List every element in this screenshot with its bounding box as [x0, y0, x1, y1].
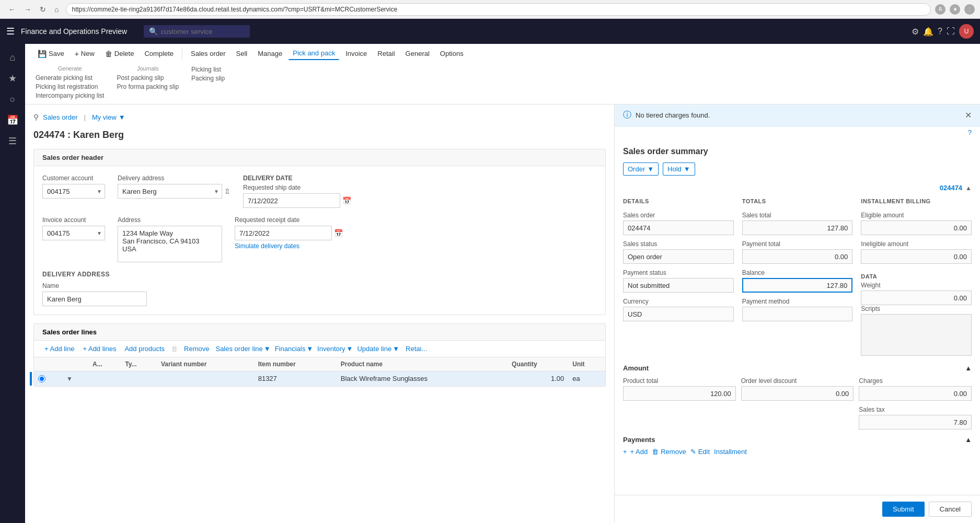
row-radio[interactable] [38, 375, 45, 382]
order-number[interactable]: 024474 [940, 184, 962, 192]
intercompany-picking-list[interactable]: Intercompany picking list [33, 91, 106, 100]
pick-and-pack-tab[interactable]: Pick and pack [289, 47, 339, 60]
hamburger-menu[interactable]: ☰ [6, 26, 15, 37]
payment-total-label: Payment total [742, 240, 853, 248]
general-tab[interactable]: General [401, 48, 434, 60]
post-packing-slip[interactable]: Post packing slip [114, 74, 181, 82]
panel-close-button[interactable]: ✕ [965, 110, 972, 120]
hold-button[interactable]: Hold ▼ [663, 162, 695, 176]
sidebar-star-icon[interactable]: ★ [3, 69, 22, 88]
save-button[interactable]: 💾 Save [33, 48, 68, 60]
complete-button[interactable]: Complete [140, 48, 178, 60]
order-discount-label: Order level discount [741, 377, 854, 385]
delivery-address-select-wrapper[interactable]: Karen Berg ▼ [118, 184, 222, 199]
installment-payment-button[interactable]: Installment [714, 448, 747, 456]
options-tab[interactable]: Options [436, 48, 468, 60]
extension-icon[interactable]: A [935, 4, 946, 15]
invoice-tab[interactable]: Invoice [341, 48, 371, 60]
invoice-account-select-wrapper[interactable]: 004175 ▼ [42, 226, 105, 240]
panel-title: Sales order summary [623, 147, 972, 156]
generate-picking-list[interactable]: Generate picking list [33, 74, 106, 82]
inventory-dropdown[interactable]: Inventory ▼ [317, 345, 353, 353]
customer-account-select-wrapper[interactable]: 004175 ▼ [42, 184, 105, 199]
amount-header[interactable]: Amount ▲ [623, 364, 972, 372]
add-lines-button[interactable]: + Add lines [80, 344, 118, 354]
add-payment-button[interactable]: + + Add [623, 448, 648, 456]
address-textarea[interactable]: 1234 Maple Way San Francisco, CA 94103 U… [118, 226, 222, 262]
calendar-icon-2[interactable]: 📅 [334, 229, 343, 237]
requested-ship-date-wrapper[interactable]: 📅 [243, 193, 351, 208]
order-button[interactable]: Order ▼ [623, 162, 659, 176]
submit-button[interactable]: Submit [882, 502, 924, 517]
row-radio-cell[interactable] [34, 371, 62, 386]
panel-help[interactable]: ? [615, 126, 980, 138]
add-products-button[interactable]: Add products [122, 344, 167, 354]
notification-icon[interactable]: 🔔 [923, 27, 933, 37]
delivery-date-group: DELIVERY DATE Requested ship date 📅 [243, 175, 351, 208]
search-box[interactable]: 🔍 [144, 25, 250, 38]
details-header: DETAILS [623, 198, 734, 204]
calendar-icon[interactable]: 📅 [342, 196, 351, 205]
sidebar-calendar-icon[interactable]: 📅 [3, 111, 22, 130]
manage-tab[interactable]: Manage [253, 48, 286, 60]
home-button[interactable]: ⌂ [51, 4, 62, 15]
sidebar-recent-icon[interactable]: ○ [3, 90, 22, 109]
financials-dropdown[interactable]: Financials ▼ [275, 345, 313, 353]
user-avatar[interactable]: U [959, 24, 974, 39]
add-line-button[interactable]: + Add line [42, 344, 76, 354]
update-line-dropdown[interactable]: Update line ▼ [357, 345, 399, 353]
payments-header[interactable]: Payments ▲ [623, 436, 972, 444]
filter-icon[interactable]: ⚲ [33, 113, 39, 121]
delete-button[interactable]: 🗑 Delete [101, 48, 139, 60]
fullscreen-icon[interactable]: ⛶ [947, 27, 955, 36]
new-button[interactable]: + New [71, 48, 99, 60]
breadcrumb[interactable]: Sales order [43, 113, 77, 121]
settings-icon[interactable]: ⚙ [912, 27, 919, 37]
requested-ship-date-label: Requested ship date [243, 184, 351, 191]
customer-account-group: Customer account 004175 ▼ [42, 175, 105, 208]
edit-payment-button[interactable]: ✎ Edit [690, 448, 710, 456]
packing-slip-item[interactable]: Packing slip [189, 74, 227, 83]
payment-status-value: Not submitted [623, 278, 734, 293]
forward-button[interactable]: → [21, 4, 34, 15]
remove-payment-button[interactable]: 🗑 Remove [652, 448, 686, 456]
picking-list-item[interactable]: Picking list [189, 65, 227, 74]
section-header-label: Sales order header [34, 149, 605, 166]
address-label: Address [118, 216, 222, 224]
bookmark-icon[interactable]: ★ [950, 4, 960, 15]
picking-list-registration[interactable]: Picking list registration [33, 83, 106, 91]
col-radio [34, 357, 62, 371]
requested-receipt-date-wrapper[interactable]: 📅 [235, 226, 343, 240]
sidebar-list-icon[interactable]: ☰ [3, 132, 22, 150]
refresh-button[interactable]: ↻ [37, 4, 49, 15]
menu-icon[interactable]: ⋮ [964, 4, 975, 15]
delivery-name-input[interactable] [42, 292, 147, 306]
remove-button[interactable]: Remove [182, 344, 211, 354]
back-button[interactable]: ← [5, 4, 19, 15]
simulate-link[interactable]: Simulate delivery dates [235, 242, 343, 250]
upload-icon[interactable]: ⇫ [224, 187, 230, 195]
sales-order-tab[interactable]: Sales order [187, 48, 229, 60]
delivery-address-select[interactable]: Karen Berg [118, 184, 222, 199]
sales-order-line-dropdown[interactable]: Sales order line ▼ [215, 345, 270, 353]
pro-forma-packing-slip[interactable]: Pro forma packing slip [114, 83, 181, 91]
address-bar[interactable] [66, 3, 931, 16]
row-expand-cell[interactable]: ▼ [62, 371, 88, 386]
sidebar-home-icon[interactable]: ⌂ [3, 48, 22, 67]
browser-nav[interactable]: ← → ↻ ⌂ [5, 4, 62, 15]
view-selector[interactable]: My view ▼ [92, 113, 125, 121]
search-input[interactable] [161, 28, 245, 36]
requested-receipt-date-input[interactable] [235, 226, 332, 240]
customer-account-select[interactable]: 004175 [42, 184, 105, 199]
invoice-account-select[interactable]: 004175 [42, 226, 105, 240]
expand-icon[interactable]: ▼ [66, 375, 73, 382]
help-icon[interactable]: ? [938, 27, 942, 36]
retail-tab[interactable]: Retail [373, 48, 399, 60]
retail-button[interactable]: Retai... [403, 344, 429, 354]
cancel-button[interactable]: Cancel [929, 502, 972, 517]
sell-tab[interactable]: Sell [232, 48, 252, 60]
row-qty-cell: 1.00 [508, 371, 568, 386]
table-row[interactable]: ▼ 81327 Black Wireframe Sunglasses 1.00 … [34, 371, 605, 386]
requested-ship-date-input[interactable] [243, 193, 340, 208]
collapse-icon[interactable]: ▲ [965, 184, 972, 192]
